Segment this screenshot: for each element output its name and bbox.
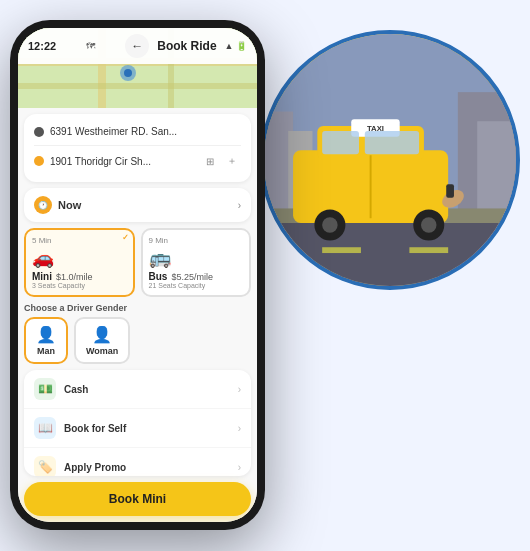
svg-rect-7 <box>409 247 448 253</box>
time-left: 🕐 Now <box>34 196 81 214</box>
svg-rect-4 <box>477 121 516 286</box>
cash-icon: 💵 <box>34 378 56 400</box>
time-label: Now <box>58 199 81 211</box>
mini-price: $1.0/mile <box>56 272 93 282</box>
menu-row-promo[interactable]: 🏷️ Apply Promo › <box>24 448 251 476</box>
wifi-icon: ▲ 🔋 <box>225 41 247 51</box>
woman-label: Woman <box>86 346 118 356</box>
destination-text: 1901 Thoridgr Cir Sh... <box>50 156 195 167</box>
gender-man[interactable]: 👤 Man <box>24 317 68 364</box>
menu-rows: 💵 Cash › 📖 Book for Self › 🏷️ Apply Prom… <box>24 370 251 476</box>
time-chevron: › <box>238 200 241 211</box>
add-location-icon[interactable]: ＋ <box>223 152 241 170</box>
destination-row: 1901 Thoridgr Cir Sh... ⊞ ＋ <box>34 145 241 174</box>
location-actions: ⊞ ＋ <box>201 152 241 170</box>
book-icon: 📖 <box>34 417 56 439</box>
map-area: 12:22 🗺 ← Book Ride ▲ 🔋 <box>18 28 257 108</box>
content-area: 6391 Westheimer RD. San... 1901 Thoridgr… <box>18 108 257 522</box>
status-bar: 12:22 🗺 ← Book Ride ▲ 🔋 <box>18 28 257 64</box>
gender-options: 👤 Man 👤 Woman <box>24 317 251 364</box>
svg-point-28 <box>124 69 132 77</box>
origin-dot <box>34 127 44 137</box>
gender-section-label: Choose a Driver Gender <box>24 303 251 313</box>
svg-rect-6 <box>322 247 361 253</box>
cash-chevron: › <box>238 384 241 395</box>
bus-price: $5.25/mile <box>171 272 213 282</box>
mini-capacity: 3 Seats Capacity <box>32 282 127 289</box>
scene: TAXI <box>0 0 530 551</box>
menu-row-cash[interactable]: 💵 Cash › <box>24 370 251 409</box>
gender-woman[interactable]: 👤 Woman <box>74 317 130 364</box>
man-label: Man <box>37 346 55 356</box>
book-button[interactable]: Book Mini <box>24 482 251 516</box>
origin-row: 6391 Westheimer RD. San... <box>34 122 241 141</box>
promo-label: Apply Promo <box>64 462 230 473</box>
status-time: 12:22 <box>28 40 56 52</box>
self-chevron: › <box>238 423 241 434</box>
promo-icon: 🏷️ <box>34 456 56 476</box>
promo-chevron: › <box>238 462 241 473</box>
ride-options: 5 Min 🚗 Mini $1.0/mile 3 Seats Capacity … <box>24 228 251 297</box>
mini-icon: 🚗 <box>32 247 127 269</box>
svg-rect-26 <box>18 83 257 89</box>
bus-icon: 🚌 <box>149 247 244 269</box>
woman-icon: 👤 <box>92 325 112 344</box>
header-title: Book Ride <box>157 39 216 53</box>
bus-time: 9 Min <box>149 236 244 245</box>
cash-label: Cash <box>64 384 230 395</box>
bus-name: Bus <box>149 271 168 282</box>
mini-time: 5 Min <box>32 236 127 245</box>
phone: 12:22 🗺 ← Book Ride ▲ 🔋 6391 Westheimer … <box>10 20 265 530</box>
destination-dot <box>34 156 44 166</box>
grid-icon[interactable]: ⊞ <box>201 152 219 170</box>
taxi-image: TAXI <box>260 30 520 290</box>
svg-rect-21 <box>446 184 454 198</box>
self-label: Book for Self <box>64 423 230 434</box>
svg-rect-14 <box>365 131 419 154</box>
svg-point-16 <box>322 217 338 233</box>
book-button-label: Book Mini <box>109 492 166 506</box>
ride-card-mini[interactable]: 5 Min 🚗 Mini $1.0/mile 3 Seats Capacity <box>24 228 135 297</box>
clock-icon: 🕐 <box>34 196 52 214</box>
time-row[interactable]: 🕐 Now › <box>24 188 251 222</box>
svg-point-18 <box>421 217 437 233</box>
ride-card-bus[interactable]: 9 Min 🚌 Bus $5.25/mile 21 Seats Capacity <box>141 228 252 297</box>
svg-rect-5 <box>264 218 516 286</box>
svg-rect-13 <box>322 131 359 154</box>
back-button[interactable]: ← <box>125 34 149 58</box>
map-label: 🗺 <box>64 41 117 51</box>
man-icon: 👤 <box>36 325 56 344</box>
menu-row-self[interactable]: 📖 Book for Self › <box>24 409 251 448</box>
origin-text: 6391 Westheimer RD. San... <box>50 126 241 137</box>
mini-name: Mini <box>32 271 52 282</box>
bus-capacity: 21 Seats Capacity <box>149 282 244 289</box>
back-icon: ← <box>131 39 143 53</box>
location-box: 6391 Westheimer RD. San... 1901 Thoridgr… <box>24 114 251 182</box>
phone-screen: 12:22 🗺 ← Book Ride ▲ 🔋 6391 Westheimer … <box>18 28 257 522</box>
